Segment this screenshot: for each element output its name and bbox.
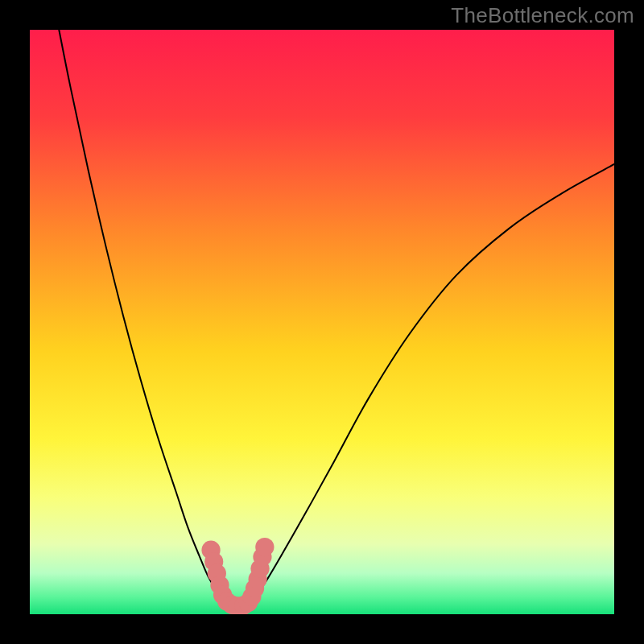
gradient-background [30, 30, 614, 614]
chart-plot-area [30, 30, 614, 614]
chart-svg [30, 30, 614, 614]
outer-frame: TheBottleneck.com [0, 0, 644, 644]
valley-marker-dot [255, 538, 274, 556]
watermark-label: TheBottleneck.com [451, 3, 634, 28]
